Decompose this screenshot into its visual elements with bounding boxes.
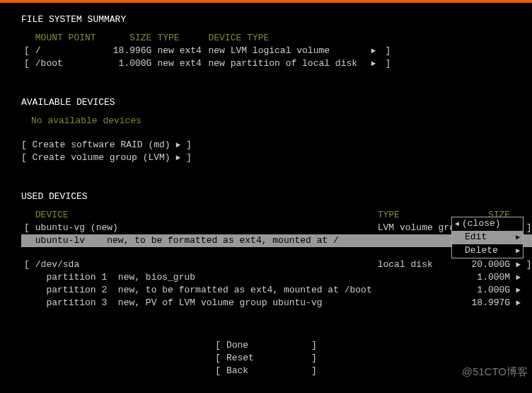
device-entry: ubuntu-lv new, to be formatted as ext4, … — [33, 234, 375, 247]
chevron-right-icon — [175, 152, 180, 164]
watermark: @51CTO博客 — [462, 365, 528, 379]
used-row-disk[interactable]: [ /dev/sda local disk 20.000G ] — [21, 258, 532, 271]
used-row-partition[interactable]: partition 2 new, to be formatted as ext4… — [21, 284, 532, 297]
back-button[interactable]: [ Back] — [0, 365, 532, 377]
used-row-partition[interactable]: partition 1 new, bios_grub 1.000M — [21, 271, 532, 284]
reset-button[interactable]: [ Reset] — [0, 352, 532, 365]
done-button[interactable]: [ Done] — [0, 339, 532, 352]
footer-buttons: [ Done] [ Reset] [ Back] — [0, 339, 532, 377]
fs-mount: / — [33, 45, 110, 57]
used-row-partition[interactable]: partition 3 new, PV of LVM volume group … — [21, 297, 532, 309]
fs-size: 1.000G — [110, 57, 155, 70]
menu-edit[interactable]: Edit — [452, 231, 523, 244]
menu-close[interactable]: (close) — [452, 217, 523, 231]
device-size: 1.000M — [469, 271, 514, 284]
chevron-right-icon — [516, 231, 520, 244]
fs-hdr-devtype: DEVICE TYPE — [205, 32, 368, 45]
fs-devtype: new partition of local disk — [205, 57, 368, 70]
device-name: /dev/sda — [33, 258, 375, 271]
chevron-right-icon — [516, 244, 520, 258]
fs-row[interactable]: [ /boot 1.000G new ext4 new partition of… — [21, 57, 393, 70]
create-lvm-action[interactable]: [ Create volume group (LVM) ] — [21, 152, 511, 164]
fs-hdr-type: TYPE — [154, 32, 205, 45]
chevron-right-icon — [371, 45, 376, 57]
device-type: local disk — [375, 258, 469, 271]
partition-entry: partition 2 new, to be formatted as ext4… — [33, 284, 375, 297]
fs-size: 18.996G — [110, 45, 155, 57]
device-size: 18.997G — [469, 297, 514, 309]
used-hdr-device: DEVICE — [33, 209, 375, 222]
section-title-used: USED DEVICES — [21, 191, 511, 202]
filesystem-table: MOUNT POINT SIZE TYPE DEVICE TYPE [ / 18… — [21, 32, 393, 70]
device-name: ubuntu-vg (new) — [33, 222, 375, 234]
create-raid-action[interactable]: [ Create software RAID (md) ] — [21, 139, 511, 152]
section-title-filesystem: FILE SYSTEM SUMMARY — [21, 14, 511, 25]
chevron-right-icon — [516, 271, 521, 284]
fs-row[interactable]: [ / 18.996G new ext4 new LVM logical vol… — [21, 45, 393, 57]
fs-type: new ext4 — [154, 45, 205, 57]
no-available-devices: No available devices — [31, 115, 511, 127]
chevron-right-icon — [516, 284, 521, 297]
menu-delete[interactable]: Delete — [452, 244, 523, 258]
fs-hdr-mount: MOUNT POINT — [33, 32, 110, 45]
partition-entry: partition 3 new, PV of LVM volume group … — [33, 297, 375, 309]
fs-devtype: new LVM logical volume — [205, 45, 368, 57]
partition-entry: partition 1 new, bios_grub — [33, 271, 375, 284]
fs-mount: /boot — [33, 57, 110, 70]
chevron-right-icon — [371, 57, 376, 70]
device-size: 20.000G — [469, 258, 514, 271]
chevron-right-icon — [175, 139, 180, 152]
fs-hdr-size: SIZE — [110, 32, 155, 45]
fs-type: new ext4 — [154, 57, 205, 70]
device-size: 1.000G — [469, 284, 514, 297]
action-label: Create software RAID (md) — [33, 139, 170, 152]
chevron-left-icon — [455, 217, 459, 231]
chevron-right-icon — [516, 297, 521, 309]
context-menu: (close) Edit Delete — [451, 217, 524, 258]
chevron-right-icon — [516, 258, 521, 271]
section-title-available: AVAILABLE DEVICES — [21, 97, 511, 108]
action-label: Create volume group (LVM) — [33, 152, 170, 164]
